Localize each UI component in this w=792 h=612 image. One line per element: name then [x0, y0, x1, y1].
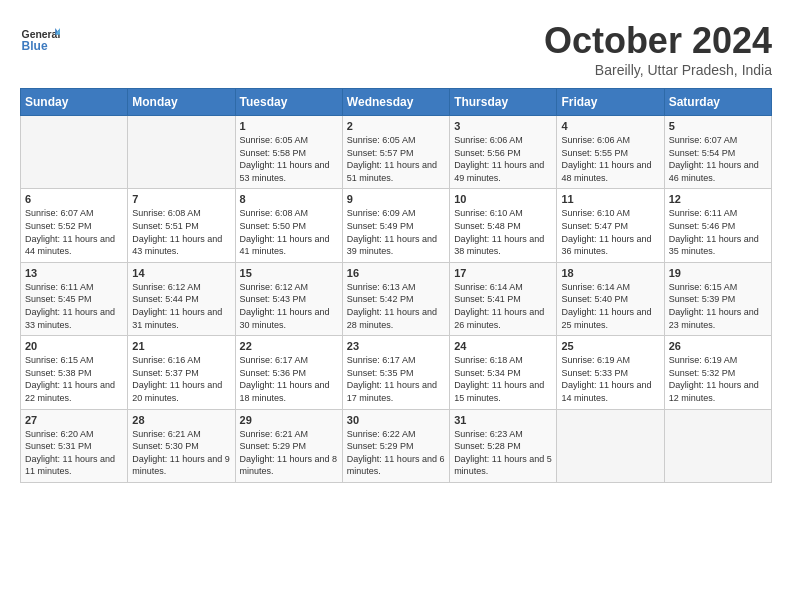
weekday-header-tuesday: Tuesday [235, 89, 342, 116]
day-number: 2 [347, 120, 445, 132]
day-info: Sunrise: 6:06 AMSunset: 5:56 PMDaylight:… [454, 134, 552, 184]
calendar-cell: 23Sunrise: 6:17 AMSunset: 5:35 PMDayligh… [342, 336, 449, 409]
calendar-cell: 13Sunrise: 6:11 AMSunset: 5:45 PMDayligh… [21, 262, 128, 335]
weekday-header-thursday: Thursday [450, 89, 557, 116]
day-number: 3 [454, 120, 552, 132]
day-info: Sunrise: 6:14 AMSunset: 5:41 PMDaylight:… [454, 281, 552, 331]
day-number: 13 [25, 267, 123, 279]
day-info: Sunrise: 6:19 AMSunset: 5:33 PMDaylight:… [561, 354, 659, 404]
day-info: Sunrise: 6:21 AMSunset: 5:30 PMDaylight:… [132, 428, 230, 478]
day-number: 30 [347, 414, 445, 426]
day-info: Sunrise: 6:20 AMSunset: 5:31 PMDaylight:… [25, 428, 123, 478]
calendar-cell: 20Sunrise: 6:15 AMSunset: 5:38 PMDayligh… [21, 336, 128, 409]
calendar-cell: 25Sunrise: 6:19 AMSunset: 5:33 PMDayligh… [557, 336, 664, 409]
calendar-cell: 15Sunrise: 6:12 AMSunset: 5:43 PMDayligh… [235, 262, 342, 335]
day-number: 4 [561, 120, 659, 132]
day-info: Sunrise: 6:08 AMSunset: 5:51 PMDaylight:… [132, 207, 230, 257]
calendar-cell: 12Sunrise: 6:11 AMSunset: 5:46 PMDayligh… [664, 189, 771, 262]
day-info: Sunrise: 6:09 AMSunset: 5:49 PMDaylight:… [347, 207, 445, 257]
calendar-cell: 29Sunrise: 6:21 AMSunset: 5:29 PMDayligh… [235, 409, 342, 482]
calendar-cell [664, 409, 771, 482]
calendar-cell: 5Sunrise: 6:07 AMSunset: 5:54 PMDaylight… [664, 116, 771, 189]
calendar-cell [557, 409, 664, 482]
day-info: Sunrise: 6:19 AMSunset: 5:32 PMDaylight:… [669, 354, 767, 404]
day-info: Sunrise: 6:15 AMSunset: 5:39 PMDaylight:… [669, 281, 767, 331]
day-info: Sunrise: 6:14 AMSunset: 5:40 PMDaylight:… [561, 281, 659, 331]
calendar-cell: 24Sunrise: 6:18 AMSunset: 5:34 PMDayligh… [450, 336, 557, 409]
day-number: 8 [240, 193, 338, 205]
day-number: 20 [25, 340, 123, 352]
day-number: 17 [454, 267, 552, 279]
day-info: Sunrise: 6:12 AMSunset: 5:44 PMDaylight:… [132, 281, 230, 331]
calendar-week-4: 20Sunrise: 6:15 AMSunset: 5:38 PMDayligh… [21, 336, 772, 409]
day-info: Sunrise: 6:18 AMSunset: 5:34 PMDaylight:… [454, 354, 552, 404]
day-info: Sunrise: 6:11 AMSunset: 5:46 PMDaylight:… [669, 207, 767, 257]
calendar-week-3: 13Sunrise: 6:11 AMSunset: 5:45 PMDayligh… [21, 262, 772, 335]
calendar-cell: 10Sunrise: 6:10 AMSunset: 5:48 PMDayligh… [450, 189, 557, 262]
day-number: 29 [240, 414, 338, 426]
day-number: 22 [240, 340, 338, 352]
day-number: 5 [669, 120, 767, 132]
day-info: Sunrise: 6:12 AMSunset: 5:43 PMDaylight:… [240, 281, 338, 331]
calendar-cell: 14Sunrise: 6:12 AMSunset: 5:44 PMDayligh… [128, 262, 235, 335]
calendar-table: SundayMondayTuesdayWednesdayThursdayFrid… [20, 88, 772, 483]
calendar-week-2: 6Sunrise: 6:07 AMSunset: 5:52 PMDaylight… [21, 189, 772, 262]
calendar-cell: 21Sunrise: 6:16 AMSunset: 5:37 PMDayligh… [128, 336, 235, 409]
day-number: 23 [347, 340, 445, 352]
day-info: Sunrise: 6:05 AMSunset: 5:58 PMDaylight:… [240, 134, 338, 184]
svg-text:General: General [22, 29, 60, 40]
calendar-cell: 26Sunrise: 6:19 AMSunset: 5:32 PMDayligh… [664, 336, 771, 409]
day-number: 9 [347, 193, 445, 205]
weekday-header-monday: Monday [128, 89, 235, 116]
day-number: 25 [561, 340, 659, 352]
calendar-cell: 17Sunrise: 6:14 AMSunset: 5:41 PMDayligh… [450, 262, 557, 335]
calendar-cell: 27Sunrise: 6:20 AMSunset: 5:31 PMDayligh… [21, 409, 128, 482]
day-info: Sunrise: 6:07 AMSunset: 5:52 PMDaylight:… [25, 207, 123, 257]
day-info: Sunrise: 6:21 AMSunset: 5:29 PMDaylight:… [240, 428, 338, 478]
calendar-cell: 4Sunrise: 6:06 AMSunset: 5:55 PMDaylight… [557, 116, 664, 189]
weekday-header-sunday: Sunday [21, 89, 128, 116]
calendar-cell: 3Sunrise: 6:06 AMSunset: 5:56 PMDaylight… [450, 116, 557, 189]
calendar-cell [21, 116, 128, 189]
day-info: Sunrise: 6:08 AMSunset: 5:50 PMDaylight:… [240, 207, 338, 257]
svg-text:Blue: Blue [22, 39, 48, 53]
day-info: Sunrise: 6:16 AMSunset: 5:37 PMDaylight:… [132, 354, 230, 404]
day-number: 15 [240, 267, 338, 279]
calendar-cell: 1Sunrise: 6:05 AMSunset: 5:58 PMDaylight… [235, 116, 342, 189]
day-info: Sunrise: 6:15 AMSunset: 5:38 PMDaylight:… [25, 354, 123, 404]
day-info: Sunrise: 6:06 AMSunset: 5:55 PMDaylight:… [561, 134, 659, 184]
day-number: 24 [454, 340, 552, 352]
day-info: Sunrise: 6:13 AMSunset: 5:42 PMDaylight:… [347, 281, 445, 331]
calendar-cell: 9Sunrise: 6:09 AMSunset: 5:49 PMDaylight… [342, 189, 449, 262]
logo-icon: General Blue [20, 20, 60, 60]
day-info: Sunrise: 6:10 AMSunset: 5:47 PMDaylight:… [561, 207, 659, 257]
month-title: October 2024 [544, 20, 772, 62]
day-number: 18 [561, 267, 659, 279]
calendar-cell: 7Sunrise: 6:08 AMSunset: 5:51 PMDaylight… [128, 189, 235, 262]
calendar-week-1: 1Sunrise: 6:05 AMSunset: 5:58 PMDaylight… [21, 116, 772, 189]
day-number: 31 [454, 414, 552, 426]
page-header: General Blue October 2024 Bareilly, Utta… [20, 20, 772, 78]
day-number: 7 [132, 193, 230, 205]
calendar-cell: 16Sunrise: 6:13 AMSunset: 5:42 PMDayligh… [342, 262, 449, 335]
day-info: Sunrise: 6:05 AMSunset: 5:57 PMDaylight:… [347, 134, 445, 184]
calendar-cell: 6Sunrise: 6:07 AMSunset: 5:52 PMDaylight… [21, 189, 128, 262]
day-info: Sunrise: 6:22 AMSunset: 5:29 PMDaylight:… [347, 428, 445, 478]
day-number: 10 [454, 193, 552, 205]
calendar-cell: 11Sunrise: 6:10 AMSunset: 5:47 PMDayligh… [557, 189, 664, 262]
day-info: Sunrise: 6:17 AMSunset: 5:36 PMDaylight:… [240, 354, 338, 404]
calendar-cell: 8Sunrise: 6:08 AMSunset: 5:50 PMDaylight… [235, 189, 342, 262]
day-number: 1 [240, 120, 338, 132]
day-number: 26 [669, 340, 767, 352]
day-number: 11 [561, 193, 659, 205]
calendar-cell: 28Sunrise: 6:21 AMSunset: 5:30 PMDayligh… [128, 409, 235, 482]
logo: General Blue [20, 20, 64, 60]
day-info: Sunrise: 6:10 AMSunset: 5:48 PMDaylight:… [454, 207, 552, 257]
calendar-cell: 18Sunrise: 6:14 AMSunset: 5:40 PMDayligh… [557, 262, 664, 335]
weekday-header-saturday: Saturday [664, 89, 771, 116]
day-info: Sunrise: 6:17 AMSunset: 5:35 PMDaylight:… [347, 354, 445, 404]
calendar-cell: 19Sunrise: 6:15 AMSunset: 5:39 PMDayligh… [664, 262, 771, 335]
weekday-header-friday: Friday [557, 89, 664, 116]
day-number: 16 [347, 267, 445, 279]
day-info: Sunrise: 6:23 AMSunset: 5:28 PMDaylight:… [454, 428, 552, 478]
